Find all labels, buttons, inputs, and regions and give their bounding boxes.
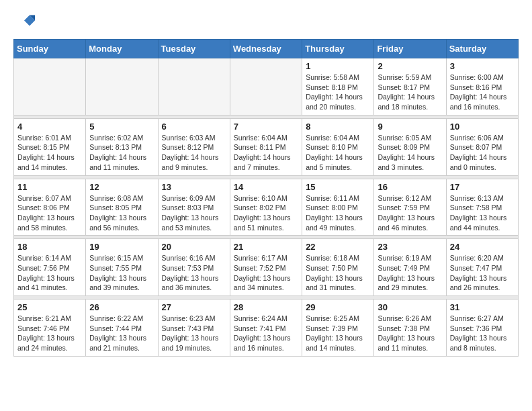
calendar-cell: 2Sunrise: 5:59 AMSunset: 8:17 PMDaylight… (374, 58, 446, 116)
week-row-2: 4Sunrise: 6:01 AMSunset: 8:15 PMDaylight… (14, 118, 519, 175)
cell-date: 21 (234, 242, 298, 252)
cell-info: Sunrise: 6:16 AMSunset: 7:53 PMDaylight:… (162, 253, 226, 293)
calendar-cell: 17Sunrise: 6:13 AMSunset: 7:58 PMDayligh… (446, 179, 518, 236)
cell-info: Sunrise: 6:15 AMSunset: 7:55 PMDaylight:… (89, 253, 154, 293)
cell-date: 19 (89, 242, 154, 252)
calendar-cell: 24Sunrise: 6:20 AMSunset: 7:47 PMDayligh… (446, 239, 518, 296)
cell-date: 15 (306, 182, 370, 192)
cell-info: Sunrise: 6:10 AMSunset: 8:02 PMDaylight:… (234, 193, 298, 233)
calendar: SundayMondayTuesdayWednesdayThursdayFrid… (13, 39, 519, 357)
calendar-cell: 25Sunrise: 6:21 AMSunset: 7:46 PMDayligh… (14, 300, 86, 357)
cell-date: 16 (378, 182, 442, 192)
calendar-cell: 9Sunrise: 6:05 AMSunset: 8:09 PMDaylight… (374, 118, 446, 175)
logo-icon (13, 11, 35, 32)
cell-info: Sunrise: 6:27 AMSunset: 7:36 PMDaylight:… (450, 314, 515, 353)
cell-date: 1 (306, 61, 370, 71)
cell-info: Sunrise: 6:14 AMSunset: 7:56 PMDaylight:… (17, 253, 82, 293)
cell-info: Sunrise: 6:01 AMSunset: 8:15 PMDaylight:… (17, 133, 82, 173)
calendar-cell: 20Sunrise: 6:16 AMSunset: 7:53 PMDayligh… (158, 239, 230, 296)
calendar-cell (86, 58, 158, 116)
cell-date: 27 (162, 302, 226, 312)
cell-date: 20 (162, 242, 226, 252)
cell-date: 7 (234, 122, 298, 132)
cell-date: 3 (450, 61, 515, 71)
week-row-1: 1Sunrise: 5:58 AMSunset: 8:18 PMDaylight… (14, 58, 519, 116)
cell-info: Sunrise: 5:58 AMSunset: 8:18 PMDaylight:… (306, 73, 370, 112)
cell-info: Sunrise: 6:04 AMSunset: 8:11 PMDaylight:… (234, 133, 298, 173)
calendar-cell: 27Sunrise: 6:23 AMSunset: 7:43 PMDayligh… (158, 300, 230, 357)
cell-info: Sunrise: 6:20 AMSunset: 7:47 PMDaylight:… (450, 253, 515, 293)
weekday-header-tuesday: Tuesday (158, 40, 230, 58)
cell-date: 6 (162, 122, 226, 132)
calendar-cell: 28Sunrise: 6:24 AMSunset: 7:41 PMDayligh… (230, 300, 302, 357)
calendar-cell: 11Sunrise: 6:07 AMSunset: 8:06 PMDayligh… (14, 179, 86, 236)
cell-info: Sunrise: 6:24 AMSunset: 7:41 PMDaylight:… (234, 314, 298, 353)
cell-date: 13 (162, 182, 226, 192)
calendar-cell (158, 58, 230, 116)
calendar-cell: 22Sunrise: 6:18 AMSunset: 7:50 PMDayligh… (302, 239, 374, 296)
cell-date: 2 (378, 61, 442, 71)
weekday-header-saturday: Saturday (446, 40, 518, 58)
cell-date: 5 (89, 122, 154, 132)
calendar-cell: 5Sunrise: 6:02 AMSunset: 8:13 PMDaylight… (86, 118, 158, 175)
cell-date: 29 (306, 302, 370, 312)
calendar-cell: 30Sunrise: 6:26 AMSunset: 7:38 PMDayligh… (374, 300, 446, 357)
calendar-cell: 10Sunrise: 6:06 AMSunset: 8:07 PMDayligh… (446, 118, 518, 175)
calendar-cell: 15Sunrise: 6:11 AMSunset: 8:00 PMDayligh… (302, 179, 374, 236)
cell-info: Sunrise: 6:03 AMSunset: 8:12 PMDaylight:… (162, 133, 226, 173)
calendar-cell: 31Sunrise: 6:27 AMSunset: 7:36 PMDayligh… (446, 300, 518, 357)
cell-date: 28 (234, 302, 298, 312)
cell-date: 30 (378, 302, 442, 312)
cell-date: 4 (17, 122, 82, 132)
cell-date: 10 (450, 122, 515, 132)
week-row-4: 18Sunrise: 6:14 AMSunset: 7:56 PMDayligh… (14, 239, 519, 296)
calendar-cell: 26Sunrise: 6:22 AMSunset: 7:44 PMDayligh… (86, 300, 158, 357)
cell-date: 9 (378, 122, 442, 132)
cell-info: Sunrise: 6:05 AMSunset: 8:09 PMDaylight:… (378, 133, 442, 173)
header (13, 11, 519, 32)
calendar-cell: 3Sunrise: 6:00 AMSunset: 8:16 PMDaylight… (446, 58, 518, 116)
weekday-header-friday: Friday (374, 40, 446, 58)
calendar-cell: 19Sunrise: 6:15 AMSunset: 7:55 PMDayligh… (86, 239, 158, 296)
calendar-cell (14, 58, 86, 116)
cell-info: Sunrise: 6:11 AMSunset: 8:00 PMDaylight:… (306, 193, 370, 233)
cell-date: 12 (89, 182, 154, 192)
cell-info: Sunrise: 6:25 AMSunset: 7:39 PMDaylight:… (306, 314, 370, 353)
cell-date: 11 (17, 182, 82, 192)
cell-info: Sunrise: 6:06 AMSunset: 8:07 PMDaylight:… (450, 133, 515, 173)
cell-info: Sunrise: 6:18 AMSunset: 7:50 PMDaylight:… (306, 253, 370, 293)
cell-info: Sunrise: 6:17 AMSunset: 7:52 PMDaylight:… (234, 253, 298, 293)
cell-date: 24 (450, 242, 515, 252)
calendar-cell: 14Sunrise: 6:10 AMSunset: 8:02 PMDayligh… (230, 179, 302, 236)
cell-info: Sunrise: 6:08 AMSunset: 8:05 PMDaylight:… (89, 193, 154, 233)
cell-info: Sunrise: 6:04 AMSunset: 8:10 PMDaylight:… (306, 133, 370, 173)
calendar-cell: 18Sunrise: 6:14 AMSunset: 7:56 PMDayligh… (14, 239, 86, 296)
cell-date: 31 (450, 302, 515, 312)
cell-date: 25 (17, 302, 82, 312)
cell-info: Sunrise: 6:12 AMSunset: 7:59 PMDaylight:… (378, 193, 442, 233)
weekday-header-sunday: Sunday (14, 40, 86, 58)
calendar-cell: 8Sunrise: 6:04 AMSunset: 8:10 PMDaylight… (302, 118, 374, 175)
cell-info: Sunrise: 6:09 AMSunset: 8:03 PMDaylight:… (162, 193, 226, 233)
cell-date: 26 (89, 302, 154, 312)
weekday-header-wednesday: Wednesday (230, 40, 302, 58)
cell-date: 23 (378, 242, 442, 252)
calendar-cell: 4Sunrise: 6:01 AMSunset: 8:15 PMDaylight… (14, 118, 86, 175)
calendar-cell (230, 58, 302, 116)
cell-date: 14 (234, 182, 298, 192)
cell-info: Sunrise: 5:59 AMSunset: 8:17 PMDaylight:… (378, 73, 442, 112)
cell-info: Sunrise: 6:22 AMSunset: 7:44 PMDaylight:… (89, 314, 154, 353)
cell-date: 17 (450, 182, 515, 192)
page: SundayMondayTuesdayWednesdayThursdayFrid… (0, 0, 532, 367)
cell-date: 22 (306, 242, 370, 252)
calendar-cell: 7Sunrise: 6:04 AMSunset: 8:11 PMDaylight… (230, 118, 302, 175)
cell-info: Sunrise: 6:23 AMSunset: 7:43 PMDaylight:… (162, 314, 226, 353)
calendar-cell: 1Sunrise: 5:58 AMSunset: 8:18 PMDaylight… (302, 58, 374, 116)
calendar-cell: 6Sunrise: 6:03 AMSunset: 8:12 PMDaylight… (158, 118, 230, 175)
cell-info: Sunrise: 6:00 AMSunset: 8:16 PMDaylight:… (450, 73, 515, 112)
cell-info: Sunrise: 6:26 AMSunset: 7:38 PMDaylight:… (378, 314, 442, 353)
calendar-cell: 12Sunrise: 6:08 AMSunset: 8:05 PMDayligh… (86, 179, 158, 236)
calendar-cell: 13Sunrise: 6:09 AMSunset: 8:03 PMDayligh… (158, 179, 230, 236)
cell-info: Sunrise: 6:13 AMSunset: 7:58 PMDaylight:… (450, 193, 515, 233)
weekday-header-thursday: Thursday (302, 40, 374, 58)
